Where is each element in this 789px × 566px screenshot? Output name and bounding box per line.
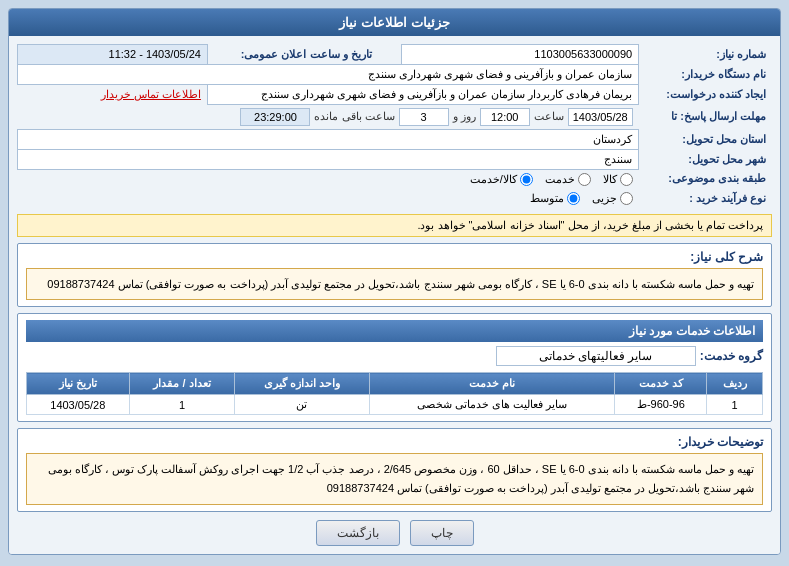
col-name-header: نام خدمت (369, 373, 615, 395)
col-row-header: ردیف (707, 373, 763, 395)
category-khadamat-label: خدمت (545, 173, 575, 186)
process-juzii-item[interactable]: جزیی (592, 192, 633, 205)
process-mutavasset-label: متوسط (530, 192, 564, 205)
city-row: شهر محل تحویل: سنندج (18, 149, 773, 169)
services-title: اطلاعات خدمات مورد نیاز (26, 320, 763, 342)
category-kala-label: کالا (603, 173, 617, 186)
buyer-desc-label: توضیحات خریدار: (678, 435, 763, 449)
creator-row: ایجاد کننده درخواست: بریمان فرهادی کاربر… (18, 84, 773, 104)
main-container: جزئیات اطلاعات نیاز شماره نیاز: 11030056… (8, 8, 781, 555)
need-number-row: شماره نیاز: 1103005633000090 تاریخ و ساع… (18, 45, 773, 65)
services-section: اطلاعات خدمات مورد نیاز گروه خدمت: سایر … (17, 313, 772, 422)
service-group-label: گروه خدمت: (700, 349, 763, 363)
category-kala-radio[interactable] (620, 173, 633, 186)
process-juzii-radio[interactable] (620, 192, 633, 205)
process-label: نوع فرآیند خرید : (639, 189, 772, 208)
buyer-value: سازمان عمران و بازآفرینی و فضای شهری شهر… (18, 64, 639, 84)
need-description-section: شرح کلی نیاز: تهیه و حمل ماسه شکسته با د… (17, 243, 772, 308)
process-row: نوع فرآیند خرید : جزیی متوسط (18, 189, 773, 208)
category-label: طبقه بندی موضوعی: (639, 169, 772, 189)
province-label: استان محل تحویل: (639, 129, 772, 149)
city-label: شهر محل تحویل: (639, 149, 772, 169)
category-kala-item[interactable]: کالا (603, 173, 633, 186)
response-remaining-label: ساعت باقی مانده (314, 110, 394, 123)
category-khadamat-radio[interactable] (578, 173, 591, 186)
col-code-header: کد خدمت (615, 373, 707, 395)
need-description-text: تهیه و حمل ماسه شکسته با دانه بندی 0-6 ی… (26, 268, 763, 301)
response-details: 1403/05/28 ساعت 12:00 روز و 3 ساعت باقی … (18, 104, 639, 129)
province-row: استان محل تحویل: کردستان (18, 129, 773, 149)
process-mutavasset-radio[interactable] (567, 192, 580, 205)
date-time-value: 1403/05/24 - 11:32 (18, 45, 208, 65)
table-cell-date: 1403/05/28 (27, 395, 130, 415)
process-mutavasset-item[interactable]: متوسط (530, 192, 580, 205)
need-description-content: تهیه و حمل ماسه شکسته با دانه بندی 0-6 ی… (47, 278, 754, 290)
response-day-label: روز و (453, 110, 476, 123)
category-khadamat-item[interactable]: خدمت (545, 173, 591, 186)
buyer-desc-text: تهیه و حمل ماسه شکسته با دانه بندی 0-6 ی… (26, 453, 763, 504)
back-button[interactable]: بازگشت (316, 520, 400, 546)
col-qty-header: تعداد / مقدار (129, 373, 235, 395)
response-day-value: 3 (399, 108, 449, 126)
table-cell-row: 1 (707, 395, 763, 415)
col-date-header: تاریخ نیاز (27, 373, 130, 395)
category-kala-khadamat-radio[interactable] (520, 173, 533, 186)
category-row: طبقه بندی موضوعی: کالا خدمت (18, 169, 773, 189)
services-table: ردیف کد خدمت نام خدمت واحد اندازه گیری ت… (26, 372, 763, 415)
page-title: جزئیات اطلاعات نیاز (339, 15, 449, 30)
info-table: شماره نیاز: 1103005633000090 تاریخ و ساع… (17, 44, 772, 208)
buyer-label: نام دستگاه خریدار: (639, 64, 772, 84)
response-row: مهلت ارسال پاسخ: تا 1403/05/28 ساعت 12:0… (18, 104, 773, 129)
response-date-value: 1403/05/28 (568, 108, 633, 126)
need-description-label: شرح کلی نیاز: (690, 250, 763, 264)
response-time-label: ساعت (534, 110, 564, 123)
process-juzii-label: جزیی (592, 192, 617, 205)
print-button[interactable]: چاپ (410, 520, 474, 546)
category-kala-khadamat-label: کالا/خدمت (470, 173, 517, 186)
creator-value: بریمان فرهادی کاربردار سازمان عمران و با… (207, 84, 638, 104)
process-options: جزیی متوسط (18, 189, 639, 208)
buyer-desc-content: تهیه و حمل ماسه شکسته با دانه بندی 0-6 ی… (48, 463, 754, 494)
table-cell-unit: تن (235, 395, 369, 415)
need-number-label: شماره نیاز: (639, 45, 772, 65)
payment-note-text: پرداخت تمام یا بخشی از مبلغ خرید، از محل… (417, 219, 763, 231)
page-header: جزئیات اطلاعات نیاز (9, 9, 780, 36)
contact-link[interactable]: اطلاعات تماس خریدار (101, 88, 201, 100)
table-cell-name: سایر فعالیت های خدماتی شخصی (369, 395, 615, 415)
creator-label: ایجاد کننده درخواست: (639, 84, 772, 104)
service-group-value: سایر فعالیتهای خدماتی (496, 346, 696, 366)
category-options: کالا خدمت کالا/خدمت (18, 169, 639, 189)
province-value: کردستان (18, 129, 639, 149)
need-number-value: 1103005633000090 (401, 45, 638, 65)
buyer-desc-section: توضیحات خریدار: تهیه و حمل ماسه شکسته با… (17, 428, 772, 511)
payment-note: پرداخت تمام یا بخشی از مبلغ خرید، از محل… (17, 214, 772, 237)
response-label: مهلت ارسال پاسخ: تا (639, 104, 772, 129)
buyer-row: نام دستگاه خریدار: سازمان عمران و بازآفر… (18, 64, 773, 84)
city-value: سنندج (18, 149, 639, 169)
table-row: 1960-96-طسایر فعالیت های خدماتی شخصیتن11… (27, 395, 763, 415)
response-time-value: 12:00 (480, 108, 530, 126)
services-table-header: ردیف کد خدمت نام خدمت واحد اندازه گیری ت… (27, 373, 763, 395)
date-time-label: تاریخ و ساعت اعلان عمومی: (207, 45, 377, 65)
table-cell-code: 960-96-ط (615, 395, 707, 415)
col-unit-header: واحد اندازه گیری (235, 373, 369, 395)
category-kala-khadamat-item[interactable]: کالا/خدمت (470, 173, 533, 186)
content-area: شماره نیاز: 1103005633000090 تاریخ و ساع… (9, 36, 780, 554)
table-cell-qty: 1 (129, 395, 235, 415)
response-remaining-value: 23:29:00 (240, 108, 310, 126)
button-row: چاپ بازگشت (17, 520, 772, 546)
